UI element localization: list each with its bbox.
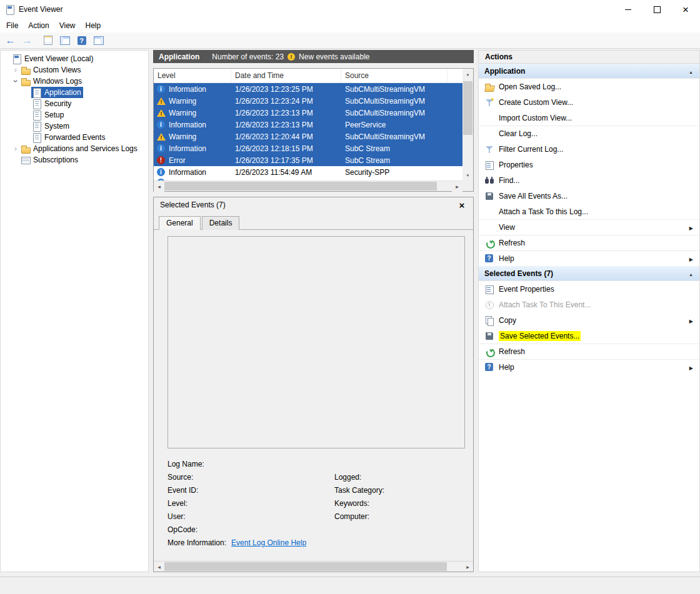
event-row[interactable]: Warning 1/26/2023 12:23:24 PM SubCMultiS… [154,95,462,107]
action-item[interactable]: View [479,219,699,235]
column-header-level[interactable]: Level [154,69,231,82]
action-item[interactable]: Open Saved Log... [479,79,699,94]
action-item[interactable]: Save All Events As... [479,188,699,204]
tree-item[interactable]: Windows Logs [1,76,148,87]
action-item[interactable]: Properties [479,157,699,172]
scrollbar-track[interactable] [447,562,462,572]
menu-item[interactable]: View [54,19,81,32]
event-source-cell: SubC Stream [341,144,462,153]
action-item-label: Import Custom View... [499,114,572,122]
tree-item[interactable]: System [1,121,148,132]
action-item-icon [484,238,494,248]
action-item-icon [484,191,494,201]
field-row: Source: Logged: [168,470,473,483]
action-item[interactable]: Copy [479,312,699,328]
event-row[interactable]: Warning 1/26/2023 12:23:13 PM SubCMultiS… [154,107,462,119]
action-item[interactable]: Attach a Task To this Log... [479,204,699,219]
event-row[interactable]: Error 1/26/2023 12:17:35 PM SubC Stream [154,154,462,166]
field-label-left: Source: [168,473,334,482]
action-item[interactable]: Create Custom View... [479,94,699,110]
action-item[interactable]: Refresh [479,344,699,359]
event-row[interactable]: Information 1/26/2023 12:18:15 PM SubC S… [154,142,462,154]
event-log-online-help-link[interactable]: Event Log Online Help [231,538,306,547]
vertical-scrollbar-thumb[interactable] [463,81,472,135]
tree-item[interactable]: Custom Views [1,64,148,76]
scroll-right-button[interactable] [452,181,462,192]
event-level-label: Information [169,144,206,153]
tree-item-body: Forwarded Events [31,132,107,143]
tree-item[interactable]: Setup [1,109,148,121]
tab[interactable]: Details [202,216,240,230]
tree-item-label: Applications and Services Logs [33,144,138,153]
action-item-icon [484,82,494,92]
tree-item[interactable]: Applications and Services Logs [1,143,148,154]
collapse-icon[interactable] [689,269,693,278]
toolbar-button[interactable] [2,33,18,47]
main-area: Event Viewer (Local) Custom Views [0,49,700,577]
event-row[interactable]: Information 1/26/2023 11:54:49 AM Securi… [154,166,462,178]
scroll-down-button[interactable] [462,170,473,181]
app-icon [5,4,15,14]
scroll-left-button[interactable] [154,562,164,572]
action-item[interactable]: Save Selected Events... [479,328,699,344]
toolbar-button[interactable] [40,33,56,47]
vertical-scrollbar[interactable] [462,69,473,181]
tree-expander-icon[interactable] [11,64,20,76]
toolbar-button[interactable] [57,33,72,47]
tree-expander-icon[interactable] [11,76,20,87]
actions-section-header[interactable]: Selected Events (7) [479,266,699,281]
preview-title: Selected Events (7) [160,200,226,209]
actions-section-application: Application Open Saved Log... Create Cus… [479,64,699,266]
window-title: Event Viewer [19,5,62,14]
horizontal-scrollbar-thumb[interactable] [164,182,437,191]
event-level-cell: Information [154,120,231,130]
tree-item[interactable]: Application [1,87,148,98]
tree-item[interactable]: Forwarded Events [1,132,148,143]
toolbar [0,32,700,49]
toolbar-button[interactable] [74,33,89,47]
event-datetime-cell: 1/26/2023 11:54:49 AM [231,168,341,177]
column-header-source[interactable]: Source [341,69,448,82]
preview-scrollbar-thumb[interactable] [164,562,447,571]
scroll-left-button[interactable] [154,181,164,192]
action-item[interactable]: Filter Current Log... [479,141,699,157]
horizontal-scrollbar[interactable] [154,181,462,191]
preview-horizontal-scrollbar[interactable] [154,561,473,572]
event-level-cell: Information [154,144,231,154]
column-header-date-and-time[interactable]: Date and Time [231,69,341,82]
maximize-button[interactable] [642,0,671,19]
event-level-label: Information [169,85,206,94]
actions-section-header[interactable]: Application [479,64,699,79]
action-item[interactable]: Import Custom View... [479,110,699,126]
tree-expander-icon[interactable] [11,143,20,154]
scrollbar-track[interactable] [437,181,452,191]
close-button[interactable] [671,0,700,19]
event-datetime-cell: 1/26/2023 12:20:44 PM [231,132,341,141]
action-item[interactable]: Clear Log... [479,126,699,141]
action-item-icon [484,97,494,107]
tree-item[interactable]: Subscriptions [1,154,148,166]
scroll-up-button[interactable] [462,69,473,79]
tree-item[interactable]: Event Viewer (Local) [1,53,148,64]
toolbar-button[interactable] [19,33,35,47]
menu-item[interactable]: Help [81,19,106,32]
scroll-right-button[interactable] [462,562,473,572]
close-preview-icon[interactable] [457,200,467,210]
event-row[interactable]: Information 1/26/2023 12:23:13 PM PeerSe… [154,119,462,131]
action-item[interactable]: Help [479,359,699,375]
event-row[interactable]: Information 1/26/2023 12:23:25 PM SubCMu… [154,83,462,95]
event-row[interactable]: Warning 1/26/2023 12:20:44 PM SubCMultiS… [154,131,462,142]
action-item[interactable]: Refresh [479,235,699,250]
minimize-button[interactable] [614,0,642,19]
collapse-icon[interactable] [689,67,693,76]
event-level-icon [156,96,166,106]
action-item[interactable]: Event Properties [479,281,699,297]
action-item[interactable]: Find... [479,172,699,188]
toolbar-button[interactable] [91,33,106,47]
event-source-cell: PeerService [341,121,462,129]
tree-item[interactable]: Security [1,98,148,109]
tab[interactable]: General [159,216,201,230]
menu-item[interactable]: File [1,19,23,32]
menu-item[interactable]: Action [23,19,54,32]
action-item[interactable]: Help [479,250,699,266]
